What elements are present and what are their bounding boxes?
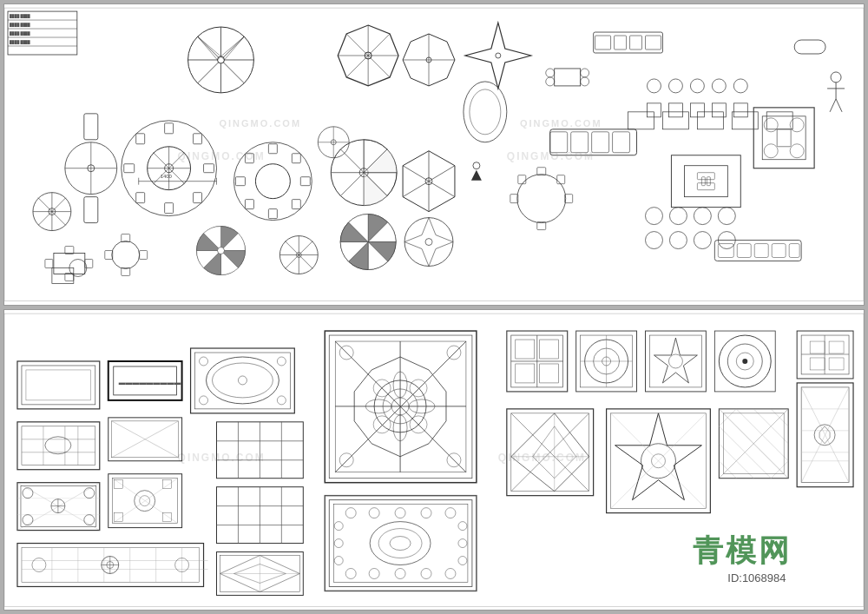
top-panel: QINGMO.COM QINGMO.COM ████ ████ ████ ███… xyxy=(3,3,865,306)
bottom-panel: QINGMO.COM QINGMO.COM ▬▬▬▬▬▬▬▬▬ xyxy=(3,309,865,611)
svg-text:1400: 1400 xyxy=(161,174,173,179)
svg-point-176 xyxy=(218,248,225,254)
top-cad-drawing: ████ ████ ████ ████ ████ ████ ████ ████ xyxy=(4,4,864,305)
svg-text:青模网: 青模网 xyxy=(693,532,792,566)
svg-text:QINGMO.COM: QINGMO.COM xyxy=(178,451,266,463)
svg-text:ID:1068984: ID:1068984 xyxy=(727,571,786,584)
svg-text:QINGMO.COM: QINGMO.COM xyxy=(507,150,595,162)
svg-point-344 xyxy=(742,358,747,363)
top-drawing-canvas: QINGMO.COM QINGMO.COM ████ ████ ████ ███… xyxy=(4,4,864,305)
svg-rect-0 xyxy=(4,8,864,300)
main-container: QINGMO.COM QINGMO.COM ████ ████ ████ ███… xyxy=(0,0,868,614)
bottom-cad-drawing: QINGMO.COM QINGMO.COM ▬▬▬▬▬▬▬▬▬ xyxy=(4,310,864,611)
bottom-drawing-canvas: QINGMO.COM QINGMO.COM ▬▬▬▬▬▬▬▬▬ xyxy=(4,310,864,611)
svg-text:▬▬▬▬▬▬▬▬▬: ▬▬▬▬▬▬▬▬▬ xyxy=(119,378,181,386)
svg-text:QINGMO.COM: QINGMO.COM xyxy=(178,150,266,162)
